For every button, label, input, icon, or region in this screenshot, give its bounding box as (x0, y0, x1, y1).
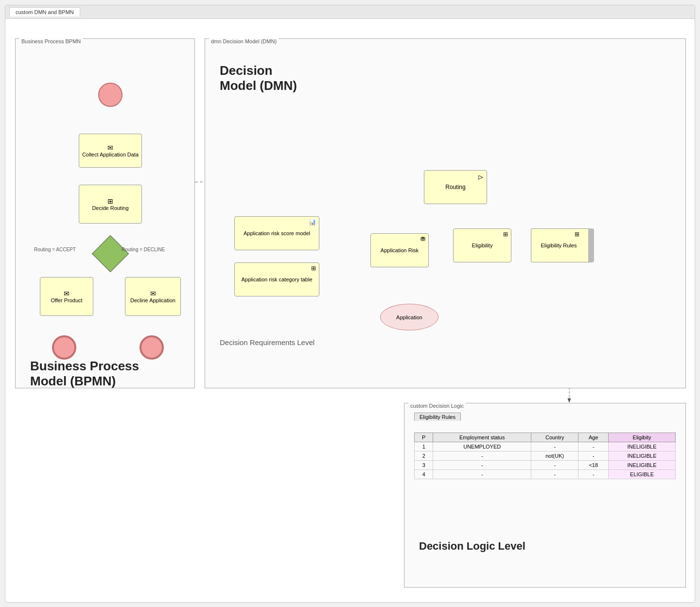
bpmn-end-event-2 (140, 335, 164, 360)
collect-application-data-node: ✉ Collect Application Data (79, 134, 142, 168)
tab-bar: custom DMN and BPMN (5, 5, 695, 19)
decision-logic-panel-label: custom Decision Logic (408, 403, 466, 409)
table-row: 2 - not(UK) - INELIGIBLE (415, 451, 676, 461)
score-label: Application risk score model (244, 230, 310, 236)
decide-routing-node: ⊞ Decide Routing (79, 185, 142, 224)
dmn-panel-label: dmn Decision Model (DMN) (209, 38, 279, 44)
offer-icon: ✉ (64, 290, 70, 297)
row2-age: - (578, 451, 609, 461)
decision-logic-panel: custom Decision Logic Eligibility Rules … (404, 403, 686, 588)
eligibility-rules-tab[interactable]: Eligibility Rules (414, 412, 461, 421)
offer-product-node: ✉ Offer Product (40, 277, 93, 316)
row1-age: - (578, 442, 609, 451)
application-label: Application (396, 314, 422, 320)
bpmn-big-title: Business Process Model (BPMN) (30, 359, 139, 389)
table-row: 1 UNEMPLOYED - - INELIGIBLE (415, 442, 676, 451)
col-age: Age (578, 433, 609, 442)
decline-label: Decline Application (130, 297, 175, 303)
routing-node: ⊳ Routing (424, 170, 487, 204)
col-eligibility: Eligibity (609, 433, 676, 442)
eligibility-table: P Employment status Country Age Eligibit… (414, 433, 676, 479)
decline-icon: ✉ (150, 290, 156, 297)
row1-p: 1 (415, 442, 433, 451)
eligibility-node: ⊞ Eligibility (453, 228, 511, 262)
row4-country: - (531, 470, 578, 479)
collect-label: Collect Application Data (82, 152, 139, 157)
row2-p: 2 (415, 451, 433, 461)
routing-decline-label: Routing = DECLINE (122, 247, 165, 252)
app-risk-node: ⛃ Application Risk (370, 233, 429, 267)
row1-eligibility: INELIGIBLE (609, 442, 676, 451)
diagram-area: Business Process BPMN ✉ Collect Applicat… (5, 19, 695, 602)
eligibility-table-body: 1 UNEMPLOYED - - INELIGIBLE 2 - not(UK) … (415, 442, 676, 479)
rules-label: Eligibility Rules (541, 243, 577, 248)
dmn-big-title: Decision Model (DMN) (220, 63, 297, 93)
decide-icon: ⊞ (107, 197, 113, 205)
row2-country: not(UK) (531, 451, 578, 461)
row1-employment: UNEMPLOYED (433, 442, 531, 451)
row3-eligibility: INELIGIBLE (609, 461, 676, 470)
category-label: Application risk category table (241, 277, 312, 282)
row3-p: 3 (415, 461, 433, 470)
main-tab[interactable]: custom DMN and BPMN (9, 7, 80, 17)
bpmn-end-event-1 (52, 335, 76, 360)
row2-eligibility: INELIGIBLE (609, 451, 676, 461)
eligibility-icon: ⊞ (503, 231, 508, 238)
app-risk-category-node: ⊞ Application risk category table (234, 262, 319, 296)
row3-country: - (531, 461, 578, 470)
row4-p: 4 (415, 470, 433, 479)
bpmn-panel-label: Business Process BPMN (19, 38, 83, 44)
application-node: Application (380, 304, 438, 330)
bpmn-start-event (98, 83, 122, 107)
table-row: 4 - - - ELIGIBLE (415, 470, 676, 479)
dmn-panel: dmn Decision Model (DMN) Decision Model … (205, 38, 686, 388)
main-container: custom DMN and BPMN (5, 5, 695, 603)
col-p: P (415, 433, 433, 442)
offer-label: Offer Product (51, 297, 82, 303)
routing-label: Routing (445, 184, 465, 191)
decline-application-node: ✉ Decline Application (125, 277, 181, 316)
risk-icon: ⛃ (420, 236, 425, 243)
rules-icon: ⊞ (575, 231, 579, 238)
decision-logic-title: Decision Logic Level (419, 539, 525, 554)
col-employment: Employment status (433, 433, 531, 442)
eligibility-label: Eligibility (472, 243, 493, 248)
row4-employment: - (433, 470, 531, 479)
col-country: Country (531, 433, 578, 442)
row2-employment: - (433, 451, 531, 461)
table-row: 3 - - <18 INELIGIBLE (415, 461, 676, 470)
collect-icon: ✉ (107, 144, 113, 152)
routing-icon: ⊳ (477, 173, 484, 182)
row3-employment: - (433, 461, 531, 470)
row1-country: - (531, 442, 578, 451)
gateway-diamond (92, 235, 129, 272)
row3-age: <18 (578, 461, 609, 470)
category-icon: ⊞ (311, 265, 316, 272)
score-icon: 📊 (309, 219, 316, 225)
eligibility-rules-node: ⊞ Eligibility Rules (531, 228, 594, 262)
risk-label: Application Risk (381, 247, 419, 253)
app-risk-score-node: 📊 Application risk score model (234, 216, 319, 250)
bpmn-panel: Business Process BPMN ✉ Collect Applicat… (15, 38, 195, 388)
dmn-subtitle: Decision Requirements Level (220, 338, 315, 347)
row4-eligibility: ELIGIBLE (609, 470, 676, 479)
eligibility-table-container: P Employment status Country Age Eligibit… (414, 433, 676, 479)
routing-accept-label: Routing = ACCEPT (34, 247, 76, 252)
decide-label: Decide Routing (92, 205, 128, 211)
row4-age: - (578, 470, 609, 479)
